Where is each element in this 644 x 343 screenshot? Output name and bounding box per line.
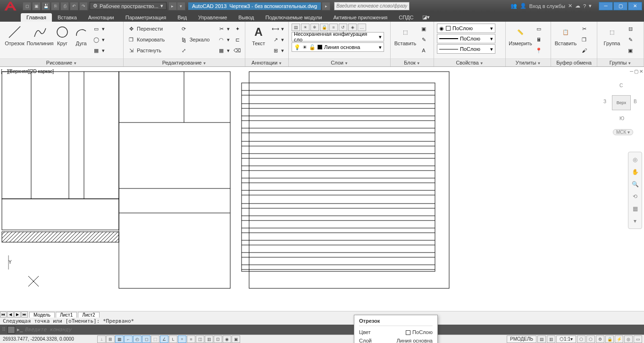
otrack-icon[interactable]: ∠ [160,335,168,343]
help-icon[interactable]: ? [583,3,586,9]
panel-block-title[interactable]: Блок▼ [391,58,434,66]
panel-annotation-title[interactable]: Аннотации▼ [245,58,288,66]
layer-match-icon[interactable]: ≡ [329,24,338,31]
erase-tool[interactable]: ⌫ [233,45,242,56]
line-tool[interactable]: Отрезок [3,24,26,47]
layout-first-icon[interactable]: ⏮ [0,311,7,318]
ribbon-expand-icon[interactable]: ◪▾ [419,13,433,22]
tpy-icon[interactable]: ◫ [196,335,204,343]
user-icon[interactable]: 👤 [520,3,527,9]
exchange-icon[interactable]: ✕ [568,3,572,9]
drawing-area[interactable]: ─ ▢ ✕ [—][Верхняя][2D каркас] Y [0,67,644,311]
tab-manage[interactable]: Управление [192,13,233,22]
annovis-icon[interactable]: ⬡ [577,335,585,343]
matchprop-tool[interactable]: 🖌 [579,45,589,56]
leader-tool[interactable]: ↗▾ [271,34,285,45]
layer-state-dropdown[interactable]: Несохраненная конфигурация сло▾ [292,32,384,41]
panel-utilities-title[interactable]: Утилиты▼ [506,58,551,66]
text-tool[interactable]: A Текст [248,24,269,47]
toolbar-lock-icon[interactable]: 🔒 [605,335,614,343]
cmd-prompt-icon[interactable] [8,326,15,334]
qat-new-icon[interactable]: ◻ [23,2,31,10]
nav-more-icon[interactable]: ▾ [630,216,640,226]
layer-lock-icon[interactable]: 🔒 [320,24,328,31]
explode-tool[interactable]: ✦ [233,24,242,34]
layout-tab-model[interactable]: Модель [29,312,55,318]
sync-icon[interactable]: ☁ [575,3,580,9]
panel-modify-title[interactable]: Редактирование▼ [124,58,245,66]
amon-icon[interactable]: ▣ [232,335,240,343]
block-create-icon[interactable]: ▣ [419,24,428,34]
layer-freeze-icon[interactable]: ❄ [310,24,319,31]
title-play-icon[interactable]: ▸ [322,2,330,10]
polar-icon[interactable]: ◴ [133,335,142,343]
qcalc-tool[interactable]: 🖩 [534,34,544,45]
tab-output[interactable]: Вывод [233,13,259,22]
ellipse-tool[interactable]: ◯▾ [92,34,106,45]
stretch-tool[interactable]: ⇲Растянуть [126,45,177,56]
chevron-down-icon[interactable]: ▾ [589,3,592,9]
scale-tool[interactable]: ⤢ [179,45,215,56]
cmd-grip-icon[interactable]: ⠿ [2,327,6,333]
layer-iso-icon[interactable]: ◈ [348,24,357,31]
ungroup-tool[interactable]: ⊟ [626,24,635,34]
qat-undo-icon[interactable]: ↶ [70,2,78,10]
qp-icon[interactable]: ▥ [205,335,213,343]
lineweight-dropdown[interactable]: ПоСлою▾ [437,34,495,43]
select-tool[interactable]: ▭ [534,24,544,34]
layout-tab-2[interactable]: Лист2 [78,312,99,318]
signin-label[interactable]: Вход в службы [529,3,565,9]
hardware-accel-icon[interactable]: ⚡ [615,335,623,343]
layout-prev-icon[interactable]: ◀ [7,311,14,318]
am-icon[interactable]: ◉ [223,335,231,343]
tab-plugins[interactable]: Подключаемые модули [260,13,328,22]
annoauto-icon[interactable]: ⬡ [586,335,595,343]
fillet-tool[interactable]: ◠▾ [217,34,231,45]
qat-saveas-icon[interactable]: ⎘ [51,2,59,10]
qat-save-icon[interactable]: 💾 [42,2,50,10]
status-coords[interactable]: 26933.7477, -22004.3328, 0.0000 [0,336,94,342]
layout-last-icon[interactable]: ⏭ [21,311,28,318]
layerprops-icon[interactable]: ▤ [292,24,300,31]
array-tool[interactable]: ▦▾ [217,45,231,56]
layout-tab-1[interactable]: Лист1 [56,312,77,318]
layout-next-icon[interactable]: ▶ [14,311,21,318]
maximize-button[interactable]: ▢ [613,2,627,10]
panel-draw-title[interactable]: Рисование▼ [0,58,123,66]
qat-more-icon[interactable]: ▾ [177,2,185,10]
command-input[interactable] [25,327,642,333]
ws-switch-icon[interactable]: ⚙ [596,335,604,343]
mirror-tool[interactable]: ⧎Зеркало [179,34,215,45]
tab-insert[interactable]: Вставка [52,13,83,22]
move-tool[interactable]: ✥Перенести [126,24,177,34]
infocenter-icon[interactable]: 👥 [510,3,517,9]
block-edit-icon[interactable]: ✎ [419,34,428,45]
color-dropdown[interactable]: ◉ ПоСлою▾ [437,24,495,33]
block-attr-icon[interactable]: A [419,45,428,56]
minimize-button[interactable]: ─ [599,2,613,10]
polyline-tool[interactable]: Полилиния [28,24,52,47]
panel-groups-title[interactable]: Группы▼ [597,58,644,66]
fullnav-icon[interactable]: ◎ [630,155,640,164]
group-tool[interactable]: ⬚ Группа [600,24,624,47]
close-button[interactable]: ✕ [628,2,642,10]
layer-more-icon[interactable]: … [358,24,366,31]
qat-open-icon[interactable]: ▣ [32,2,41,10]
cleanscreen-icon[interactable]: ▭ [634,335,642,343]
showmotion-icon[interactable]: ▦ [630,204,640,213]
viewcube[interactable]: С З В Ю Верх МСК ▾ [602,69,640,135]
pan-icon[interactable]: ✋ [630,167,640,177]
quickview-layouts-icon[interactable]: ▤ [537,335,546,343]
tab-annotate[interactable]: Аннотации [83,13,120,22]
gridmode-icon[interactable]: ▦ [115,335,124,343]
snapmode-icon[interactable]: ⊞ [106,335,115,343]
paste-tool[interactable]: 📋 Вставить [554,24,577,47]
sc-icon[interactable]: ⊡ [214,335,222,343]
panel-properties-title[interactable]: Свойства▼ [434,58,505,66]
lwt-icon[interactable]: ≡ [187,335,195,343]
tab-home[interactable]: Главная [21,13,52,22]
dim-tool[interactable]: ⟷▾ [271,24,285,34]
zoom-icon[interactable]: 🔍 [630,180,640,189]
osnap-icon[interactable]: ◻ [142,335,151,343]
orbit-icon[interactable]: ⟲ [630,192,640,201]
